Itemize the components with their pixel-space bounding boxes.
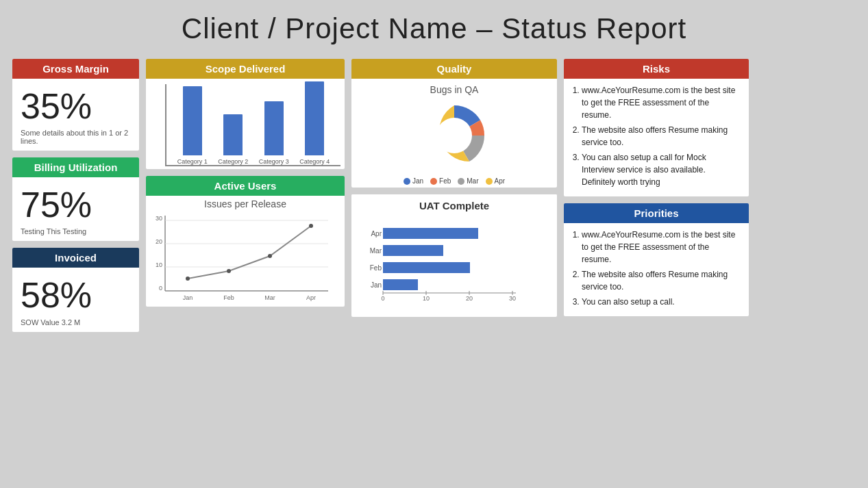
priorities-header: Priorities [564, 203, 749, 223]
billing-body: 75% Testing This Testing [12, 177, 139, 241]
risks-item-2: The website also offers Resume making se… [582, 124, 739, 149]
svg-text:20: 20 [466, 295, 473, 302]
risks-item-1: www.AceYourResume.com is the best site t… [582, 84, 739, 121]
svg-point-17 [436, 118, 472, 153]
uat-card: UAT Complete Apr Mar Feb Jan 0 [351, 194, 557, 317]
mid-left-column: Scope Delivered 5 4 3 2 1 0 Category 1Ca… [146, 59, 345, 332]
priorities-item-1: www.AceYourResume.com is the best site t… [582, 229, 739, 266]
risks-body: www.AceYourResume.com is the best site t… [564, 79, 749, 196]
risks-header: Risks [564, 59, 749, 79]
invoiced-card: Invoiced 58% SOW Value 3.2 M [12, 248, 139, 331]
svg-text:10: 10 [156, 261, 162, 268]
priorities-card: Priorities www.AceYourResume.com is the … [564, 203, 749, 316]
bar [223, 114, 243, 155]
invoiced-body: 58% SOW Value 3.2 M [12, 268, 139, 331]
risks-list: www.AceYourResume.com is the best site t… [571, 84, 739, 188]
scope-chart-container: 5 4 3 2 1 0 Category 1Category 2Category… [146, 79, 345, 169]
svg-rect-24 [383, 262, 470, 273]
bar-x-label: Category 3 [259, 158, 289, 165]
svg-text:30: 30 [156, 215, 162, 222]
bar-group: Category 2 [218, 114, 248, 165]
gross-margin-header: Gross Margin [12, 59, 139, 79]
priorities-list: www.AceYourResume.com is the best site t… [571, 229, 739, 308]
scope-header: Scope Delivered [146, 59, 345, 79]
billing-header: Billing Utilization [12, 157, 139, 177]
uat-chart-svg: Apr Mar Feb Jan 0 10 20 30 [358, 221, 543, 310]
gross-margin-value: 35% [21, 87, 131, 126]
bar-group: Category 1 [177, 86, 208, 165]
dashboard: Gross Margin 35% Some details about this… [0, 53, 868, 351]
svg-text:10: 10 [423, 295, 430, 302]
bar-group: Category 4 [299, 81, 330, 165]
bar-x-label: Category 4 [299, 158, 330, 165]
invoiced-desc: SOW Value 3.2 M [21, 318, 131, 326]
svg-text:Jan: Jan [183, 294, 193, 301]
risks-card: Risks www.AceYourResume.com is the best … [564, 59, 749, 196]
bar-x-label: Category 2 [218, 158, 248, 165]
svg-text:Feb: Feb [370, 264, 382, 272]
svg-text:Mar: Mar [370, 247, 382, 255]
gross-margin-card: Gross Margin 35% Some details about this… [12, 59, 139, 151]
svg-point-11 [268, 254, 272, 258]
invoiced-header: Invoiced [12, 248, 139, 268]
gross-margin-body: 35% Some details about this in 1 or 2 li… [12, 79, 139, 151]
bar [305, 81, 324, 155]
svg-rect-22 [383, 228, 478, 239]
priorities-body: www.AceYourResume.com is the best site t… [564, 223, 749, 316]
svg-text:Jan: Jan [371, 281, 382, 289]
gross-margin-desc: Some details about this in 1 or 2 lines. [21, 129, 131, 145]
active-users-card: Active Users Issues per Release 30 20 10… [146, 176, 345, 307]
donut-legend: Jan Feb Mar Apr [404, 177, 505, 185]
svg-text:Apr: Apr [306, 294, 316, 301]
svg-text:30: 30 [509, 295, 516, 302]
svg-text:20: 20 [156, 238, 162, 245]
bar-x-label: Category 1 [177, 158, 208, 165]
scope-axes-wrap: 5 4 3 2 1 0 Category 1Category 2Category… [150, 84, 340, 166]
svg-text:Feb: Feb [223, 294, 234, 301]
scope-delivered-card: Scope Delivered 5 4 3 2 1 0 Category 1Ca… [146, 59, 345, 169]
active-users-chart: Issues per Release 30 20 10 0 [146, 196, 345, 307]
uat-header: UAT Complete [351, 194, 557, 217]
priorities-item-2: The website also offers Resume making se… [582, 268, 739, 293]
svg-rect-23 [383, 245, 443, 256]
svg-text:0: 0 [381, 295, 384, 302]
invoiced-value: 58% [21, 276, 131, 315]
quality-card: Quality Bugs in QA Jan Feb Ma [351, 59, 557, 188]
svg-text:0: 0 [159, 285, 162, 292]
bar [264, 101, 284, 155]
bugs-in-qa-title: Bugs in QA [430, 84, 479, 95]
svg-point-10 [227, 269, 231, 273]
page-title: Client / Project Name – Status Report [0, 0, 868, 53]
billing-utilization-card: Billing Utilization 75% Testing This Tes… [12, 157, 139, 241]
quality-donut-wrap: Bugs in QA Jan Feb Mar Apr [351, 79, 557, 188]
risks-item-3: You can also setup a call for Mock Inter… [582, 151, 739, 188]
billing-value: 75% [21, 185, 131, 224]
svg-point-9 [186, 277, 190, 281]
svg-text:Mar: Mar [264, 294, 275, 301]
svg-rect-25 [383, 279, 418, 290]
billing-desc: Testing This Testing [21, 227, 131, 235]
line-chart-svg: 30 20 10 0 [150, 212, 332, 301]
active-users-chart-title: Issues per Release [150, 198, 340, 209]
bar-group: Category 3 [259, 101, 289, 165]
quality-header: Quality [351, 59, 557, 79]
svg-point-12 [309, 224, 313, 228]
left-column: Gross Margin 35% Some details about this… [12, 59, 139, 332]
priorities-item-3: You can also setup a call. [582, 296, 739, 308]
right-column: Risks www.AceYourResume.com is the best … [564, 59, 749, 332]
bar [183, 86, 202, 155]
donut-chart-svg [410, 98, 499, 173]
svg-text:Apr: Apr [371, 230, 382, 237]
scope-bar-chart: Category 1Category 2Category 3Category 4 [165, 84, 340, 166]
mid-right-column: Quality Bugs in QA Jan Feb Ma [351, 59, 557, 332]
uat-chart-body: Apr Mar Feb Jan 0 10 20 30 [351, 217, 557, 317]
active-users-header: Active Users [146, 176, 345, 196]
